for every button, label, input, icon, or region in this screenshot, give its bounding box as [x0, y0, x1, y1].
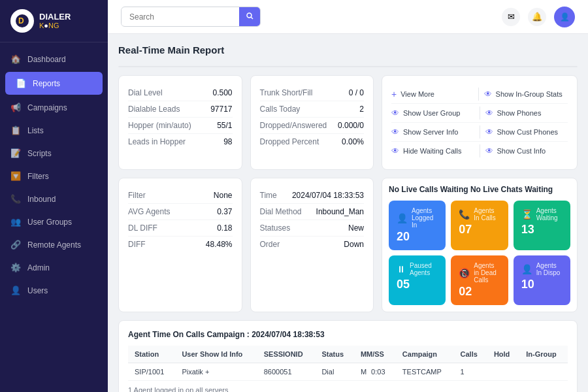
- sidebar-item-reports[interactable]: 📄 Reports: [5, 72, 103, 95]
- sidebar-item-admin[interactable]: ⚙️ Admin: [0, 256, 108, 279]
- stat-row: Time 2024/07/04 18:33:53: [260, 188, 365, 204]
- agents-waiting-card[interactable]: ⏳ Agents Waiting 13: [514, 201, 570, 250]
- sidebar-item-users[interactable]: 👤 Users: [0, 279, 108, 302]
- choose-report-button[interactable]: Choose Report Display Options: [119, 66, 234, 67]
- card-number: 05: [397, 278, 438, 291]
- stat-row: Dial Level 0.500: [128, 85, 233, 101]
- eye-icon[interactable]: 👁: [391, 127, 399, 137]
- stat-row: Statuses New: [260, 220, 365, 237]
- action-row: 👁 Show User Group 👁 Show Phones: [391, 104, 568, 123]
- cell-ingroup: [519, 363, 568, 381]
- sidebar-item-campaigns[interactable]: 📢 Campaigns: [0, 96, 108, 119]
- mmss-flag: M: [361, 368, 367, 376]
- time-stats-panel: Time 2024/07/04 18:33:53 Dial Method Inb…: [250, 178, 374, 312]
- stat-value: Inbound_Man: [316, 207, 364, 216]
- action-row: + View More 👁 Show In-Group Stats: [391, 85, 568, 104]
- card-label: Agents in Dead Calls: [474, 262, 500, 284]
- plus-icon[interactable]: +: [391, 89, 397, 99]
- mmss-value: 0:03: [371, 368, 385, 376]
- green-indicator: [129, 66, 135, 67]
- search-input[interactable]: [122, 8, 239, 25]
- sidebar-item-lists[interactable]: 📋 Lists: [0, 119, 108, 142]
- svg-text:D: D: [18, 16, 24, 25]
- yellow-indicator: [389, 66, 395, 67]
- sidebar-item-dashboard[interactable]: 🏠 Dashboard: [0, 48, 108, 71]
- stat-label: Time: [260, 191, 277, 200]
- modify-button[interactable]: Modify: [348, 66, 463, 67]
- stat-row: DIFF 48.48%: [128, 237, 233, 252]
- bell-icon[interactable]: 🔔: [528, 8, 546, 26]
- eye-icon[interactable]: 👁: [485, 146, 493, 155]
- avatar[interactable]: 👤: [554, 7, 575, 27]
- stat-label: AVG Agents: [128, 207, 170, 216]
- mail-icon[interactable]: ✉: [502, 8, 520, 26]
- stat-value: New: [348, 223, 364, 233]
- stat-row: Filter None: [128, 188, 233, 204]
- eye-icon[interactable]: 👁: [391, 108, 399, 118]
- action-label[interactable]: Show User Group: [399, 109, 474, 117]
- sidebar-item-scripts[interactable]: 📝 Scripts: [0, 142, 108, 165]
- call-icon: 📞: [459, 209, 470, 220]
- live-title: No Live Calls Waiting No Live Chats Wait…: [389, 185, 570, 194]
- col-status: Status: [315, 346, 354, 363]
- card-number: 02: [459, 285, 500, 299]
- sidebar-item-user-groups[interactable]: 👥 User Groups: [0, 210, 108, 233]
- stat-label: DL DIFF: [128, 223, 157, 233]
- summary-label: Summary: [508, 66, 542, 67]
- action-label[interactable]: Show Cust Phones: [493, 128, 568, 136]
- stat-label: Dialable Leads: [128, 105, 180, 114]
- toolbar: Choose Report Display Options ↻ Reload N…: [118, 66, 578, 67]
- stat-value: 48.48%: [206, 240, 233, 249]
- card-header: 👤 Agents Logged In: [397, 207, 438, 229]
- agents-logged-in-card[interactable]: 👤 Agents Logged In 20: [389, 201, 446, 250]
- sidebar-item-filters[interactable]: 🔽 Filters: [0, 165, 108, 188]
- card-label: Agents Waiting: [536, 207, 563, 221]
- agent-icon: 👤: [397, 213, 408, 223]
- eye-icon[interactable]: 👁: [391, 146, 399, 155]
- user-groups-icon: 👥: [10, 217, 21, 227]
- stat-label: Order: [260, 240, 280, 249]
- divider: [480, 125, 480, 139]
- agents-in-calls-card[interactable]: 📞 Agents In Calls 07: [451, 201, 508, 250]
- logo-text: DIALER K●NG: [39, 12, 71, 31]
- summary-button[interactable]: Summary: [463, 66, 578, 67]
- campaigns-icon: 📢: [10, 103, 21, 112]
- logo-icon: D: [10, 9, 34, 33]
- top-stats-section: Dial Level 0.500 Dialable Leads 97717 Ho…: [118, 75, 578, 170]
- sidebar-item-remote-agents[interactable]: 🔗 Remote Agents: [0, 233, 108, 256]
- action-label[interactable]: View More: [397, 90, 472, 98]
- home-icon: 🏠: [10, 54, 21, 64]
- paused-agents-card[interactable]: ⏸ Paused Agents 05: [389, 255, 446, 305]
- action-row: 👁 Hide Waiting Calls 👁 Show Cust Info: [391, 142, 568, 160]
- sidebar-item-inbound[interactable]: 📞 Inbound: [0, 188, 108, 210]
- card-header: ⏸ Paused Agents: [397, 262, 438, 276]
- stat-label: Dial Level: [128, 88, 163, 97]
- action-label[interactable]: Show Cust Info: [493, 147, 568, 155]
- action-label[interactable]: Show Phones: [493, 109, 568, 117]
- card-label: Agents In Calls: [474, 207, 500, 221]
- dispo-icon: 👤: [521, 264, 532, 274]
- sidebar-item-label: Users: [27, 286, 48, 295]
- stat-row: Dropped/Answered 0.000/0: [260, 118, 365, 134]
- card-label: Agents In Dispo: [536, 262, 563, 276]
- action-label[interactable]: Show In-Group Stats: [492, 90, 568, 98]
- eye-icon[interactable]: 👁: [484, 90, 492, 99]
- action-label[interactable]: Hide Waiting Calls: [399, 147, 474, 155]
- eye-icon[interactable]: 👁: [485, 127, 493, 137]
- search-button[interactable]: [239, 7, 260, 26]
- eye-icon[interactable]: 👁: [485, 108, 493, 118]
- reload-button[interactable]: ↻ Reload Now: [234, 66, 349, 67]
- card-label: Paused Agents: [410, 262, 438, 276]
- stat-label: Filter: [128, 191, 146, 200]
- stat-label: Trunk Short/Fill: [260, 88, 313, 97]
- col-calls: Calls: [454, 346, 487, 363]
- agents-dispo-card[interactable]: 👤 Agents In Dispo 10: [514, 255, 570, 305]
- sidebar: D DIALER K●NG 🏠 Dashboard 📄 Reports 📢 Ca…: [0, 0, 108, 392]
- dead-calls-card[interactable]: 📵 Agents in Dead Calls 02: [451, 255, 508, 305]
- action-label[interactable]: Show Server Info: [399, 128, 474, 136]
- stat-value: 0 / 0: [349, 88, 364, 97]
- main-area: ✉ 🔔 👤 Real-Time Main Report Choose Repor…: [108, 0, 588, 392]
- dead-call-icon: 📵: [459, 268, 470, 278]
- cell-station: SIP/1001: [128, 363, 175, 381]
- cell-session: 8600051: [257, 363, 316, 381]
